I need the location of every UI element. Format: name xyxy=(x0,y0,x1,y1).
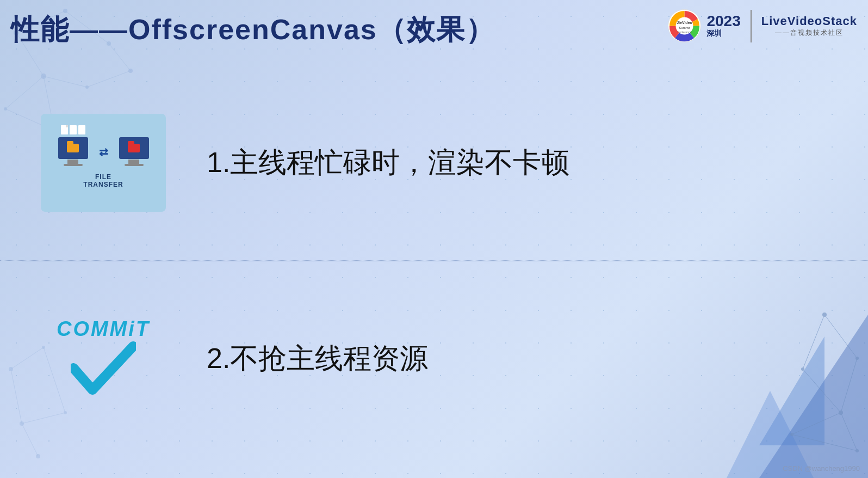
monitor-base-right xyxy=(125,164,144,166)
red-folder xyxy=(128,144,140,152)
transfer-arrows: ⇄ xyxy=(99,145,108,158)
city-label: 深圳 xyxy=(706,29,740,39)
monitor-stand-right xyxy=(128,160,139,164)
icon-area-2: COMMiT xyxy=(33,317,174,401)
right-screen xyxy=(119,137,149,159)
left-screen xyxy=(58,137,88,159)
ft-label-area: FILE TRANSFER xyxy=(83,173,123,188)
commit-text: COMMiT xyxy=(57,317,150,341)
arrow-right: ⇄ xyxy=(99,145,108,158)
year-label: 2023 xyxy=(706,14,740,29)
icon-area-1: ⇄ FILE TRANSFER xyxy=(33,114,174,212)
left-monitor xyxy=(58,137,88,166)
logo-area: JieVideo Summit Conference 2023 深圳 LiveV… xyxy=(667,8,857,44)
monitors-group: ⇄ xyxy=(58,137,149,166)
svg-text:JieVideo: JieVideo xyxy=(677,21,693,24)
brand-sub: ——音视频技术社区 xyxy=(775,28,844,38)
main-content: ⇄ FILE TRANSFER xyxy=(0,65,868,456)
commit-logo: COMMiT xyxy=(57,317,150,401)
svg-text:Conference: Conference xyxy=(678,30,692,34)
yellow-folder xyxy=(67,144,79,152)
content-row-2: COMMiT 2.不抢主线程资源 xyxy=(0,261,868,456)
livevideostacklogo: LiveVideoStack ——音视频技术社区 xyxy=(761,14,857,38)
conference-circle-logo: JieVideo Summit Conference xyxy=(667,8,702,44)
svg-text:Summit: Summit xyxy=(679,26,691,29)
row1-text: 1.主线程忙碌时，渲染不卡顿 xyxy=(174,144,835,182)
brand-name: LiveVideoStack xyxy=(761,14,857,28)
ft-label-line2: TRANSFER xyxy=(83,181,123,188)
file-transfer-icon: ⇄ FILE TRANSFER xyxy=(41,114,166,212)
monitor-base-left xyxy=(64,164,83,166)
commit-checkmark xyxy=(71,341,136,401)
row2-text: 2.不抢主线程资源 xyxy=(174,340,835,378)
monitor-stand-left xyxy=(67,160,78,164)
watermark: CSDN @wancheng1990 xyxy=(783,464,860,473)
conference-logo: JieVideo Summit Conference 2023 深圳 xyxy=(667,8,740,44)
slide-title: 性能——OffscreenCanvas（效果） xyxy=(11,11,495,49)
ft-label-line1: FILE xyxy=(83,173,123,181)
right-monitor xyxy=(119,137,149,166)
logo-divider xyxy=(751,10,752,42)
slide: 性能——OffscreenCanvas（效果） JieVideo Summit xyxy=(0,0,868,478)
content-row-1: ⇄ FILE TRANSFER xyxy=(0,65,868,261)
